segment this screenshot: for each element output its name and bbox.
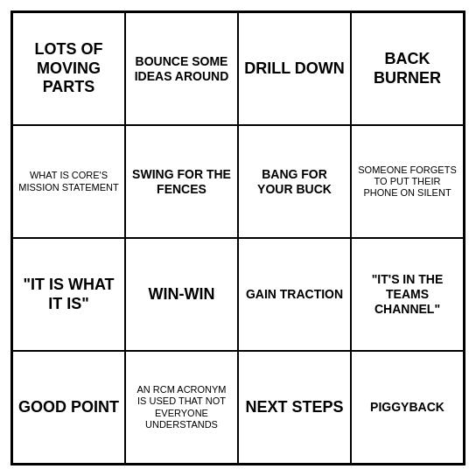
cell-8: "IT IS WHAT IT IS" xyxy=(12,238,125,351)
cell-3: BACK BURNER xyxy=(351,12,464,125)
cell-2: DRILL DOWN xyxy=(238,12,351,125)
cell-12: GOOD POINT xyxy=(12,351,125,464)
cell-6: BANG FOR YOUR BUCK xyxy=(238,125,351,238)
cell-5: SWING FOR THE FENCES xyxy=(125,125,238,238)
cell-14: NEXT STEPS xyxy=(238,351,351,464)
cell-0: LOTS OF MOVING PARTS xyxy=(12,12,125,125)
cell-7: SOMEONE FORGETS TO PUT THEIR PHONE ON SI… xyxy=(351,125,464,238)
cell-15: PIGGYBACK xyxy=(351,351,464,464)
cell-9: WIN-WIN xyxy=(125,238,238,351)
cell-13: AN RCM ACRONYM IS USED THAT NOT EVERYONE… xyxy=(125,351,238,464)
cell-11: "IT'S IN THE TEAMS CHANNEL" xyxy=(351,238,464,351)
cell-4: WHAT IS CORE'S MISSION STATEMENT xyxy=(12,125,125,238)
cell-1: BOUNCE SOME IDEAS AROUND xyxy=(125,12,238,125)
bingo-board: LOTS OF MOVING PARTSBOUNCE SOME IDEAS AR… xyxy=(10,10,466,466)
cell-10: GAIN TRACTION xyxy=(238,238,351,351)
